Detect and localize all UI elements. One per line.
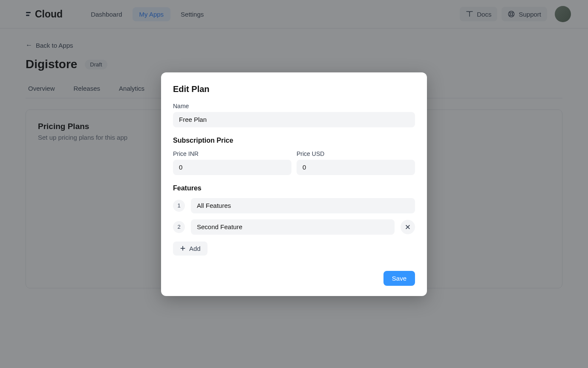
feature-row: 2: [173, 219, 415, 235]
price-row: Price INR Price USD: [173, 150, 415, 175]
modal-title: Edit Plan: [173, 84, 415, 94]
close-icon: [405, 224, 411, 230]
price-usd-input[interactable]: [297, 160, 415, 175]
modal-footer: Save: [173, 271, 415, 286]
name-input[interactable]: [173, 112, 415, 127]
edit-plan-modal: Edit Plan Name Subscription Price Price …: [161, 72, 427, 296]
add-label: Add: [189, 245, 201, 252]
feature-input[interactable]: [191, 198, 415, 213]
feature-number: 2: [173, 221, 185, 233]
remove-feature-button[interactable]: [401, 220, 415, 234]
subscription-title: Subscription Price: [173, 137, 415, 144]
features-title: Features: [173, 184, 415, 192]
feature-number: 1: [173, 200, 185, 212]
price-inr-label: Price INR: [173, 150, 291, 157]
feature-input[interactable]: [191, 219, 395, 235]
modal-overlay[interactable]: Edit Plan Name Subscription Price Price …: [0, 0, 588, 368]
add-feature-button[interactable]: Add: [173, 242, 208, 256]
plus-icon: [180, 245, 186, 251]
save-button[interactable]: Save: [383, 271, 415, 286]
features-list: 1 2: [173, 198, 415, 235]
price-inr-input[interactable]: [173, 160, 291, 175]
price-usd-label: Price USD: [297, 150, 415, 157]
feature-row: 1: [173, 198, 415, 213]
name-label: Name: [173, 103, 415, 109]
